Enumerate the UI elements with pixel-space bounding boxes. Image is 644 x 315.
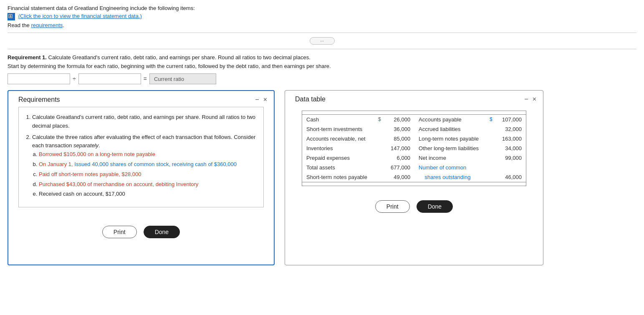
cell-label: Short-term investments (302, 124, 374, 134)
data-table-dialog: Data table − × Cash $ 26,000 Accounts pa… (285, 90, 543, 265)
sub-requirements-list: Borrowed $105,000 on a long-term note pa… (32, 150, 257, 199)
cell-label: Accounts payable (414, 115, 485, 125)
table-row: Prepaid expenses 6,000 Net income 99,000 (302, 153, 526, 163)
req-item-2-text: Calculate the three ratios after evaluat… (32, 134, 255, 149)
requirement-heading: Requirement 1. Calculate Greatland's cur… (8, 54, 636, 60)
read-suffix: . (63, 22, 64, 28)
cell-dollar (374, 144, 386, 153)
cell-dollar (485, 134, 497, 144)
cell-label: Cash (302, 115, 374, 125)
cell-label: Other long-term liabilities (414, 144, 485, 153)
table-row: Short-term notes payable 49,000 shares o… (302, 172, 526, 182)
formula-row: ÷ = Current ratio (8, 73, 636, 84)
read-prefix: Read the (8, 22, 31, 28)
requirement-label: Requirement 1. (8, 54, 47, 60)
requirements-link[interactable]: requirements (31, 22, 63, 28)
cell-value: 107,000 (497, 115, 526, 125)
cell-value: 99,000 (497, 153, 526, 163)
requirements-close-button[interactable]: × (263, 96, 267, 103)
list-item: Calculate Greatland's current ratio, deb… (32, 113, 257, 131)
req-item-1-text: Calculate Greatland's current ratio, deb… (32, 114, 255, 129)
cell-value: 46,000 (497, 172, 526, 182)
icon-line: ⊞ (Click the icon to view the financial … (8, 13, 636, 20)
data-table-minimize-button[interactable]: − (524, 96, 528, 103)
collapse-button[interactable]: ··· (310, 37, 335, 45)
read-line: Read the requirements. (8, 22, 636, 28)
cell-value: 85,000 (386, 134, 414, 144)
table-row: Total assets 677,000 Number of common (302, 163, 526, 172)
top-divider (8, 33, 636, 33)
formula-equals-symbol: = (144, 76, 147, 82)
cell-dollar (374, 124, 386, 134)
requirements-content-box: Calculate Greatland's current ratio, deb… (18, 107, 264, 207)
cell-dollar (485, 153, 497, 163)
requirements-dialog-body: Calculate Greatland's current ratio, deb… (8, 107, 274, 222)
cell-dollar (374, 163, 386, 172)
cell-label: Total assets (302, 163, 374, 172)
data-table-close-button[interactable]: × (533, 96, 536, 103)
cell-dollar (485, 124, 497, 134)
cell-value: 26,000 (386, 115, 414, 125)
table-row: Short-term investments 36,000 Accrued li… (302, 124, 526, 134)
cell-value: 677,000 (386, 163, 414, 172)
data-table-dialog-controls: − × (524, 96, 536, 103)
data-table-print-button[interactable]: Print (375, 200, 410, 213)
cell-dollar (374, 172, 386, 182)
cell-label: Long-term notes payable (414, 134, 485, 144)
data-table-wrapper: Cash $ 26,000 Accounts payable $ 107,000… (302, 111, 526, 186)
cell-label: Accrued liabilities (414, 124, 485, 134)
cell-value: 36,000 (386, 124, 414, 134)
data-table-done-button[interactable]: Done (417, 200, 453, 213)
requirements-dialog-title: Requirements (18, 96, 60, 103)
table-row: Accounts receivable, net 85,000 Long-ter… (302, 134, 526, 144)
data-table-dialog-footer: Print Done (285, 197, 543, 219)
requirements-list: Calculate Greatland's current ratio, deb… (25, 113, 257, 199)
cell-dollar (485, 172, 497, 182)
cell-dollar: $ (485, 115, 497, 125)
list-item: Purchased $43,000 of merchandise on acco… (39, 180, 257, 189)
cell-label: Number of common (414, 163, 485, 172)
sub-item-d: Purchased $43,000 of merchandise on acco… (39, 181, 198, 187)
cell-label: Prepaid expenses (302, 153, 374, 163)
icon-link[interactable]: (Click the icon to view the financial st… (18, 13, 142, 19)
formula-result: Current ratio (149, 73, 216, 84)
cell-dollar (374, 153, 386, 163)
cell-dollar (485, 163, 497, 172)
sub-item-a: Borrowed $105,000 on a long-term note pa… (39, 151, 155, 157)
cell-label: shares outstanding (414, 172, 485, 182)
bottom-divider (8, 49, 636, 49)
cell-label: Net income (414, 153, 485, 163)
list-item: Calculate the three ratios after evaluat… (32, 133, 257, 199)
cell-value: 163,000 (497, 134, 526, 144)
italic-separately: separately (73, 142, 98, 149)
requirements-dialog-header: Requirements − × (8, 91, 274, 107)
intro-line: Financial statement data of Greatland En… (8, 5, 636, 11)
cell-label: Accounts receivable, net (302, 134, 374, 144)
data-table: Cash $ 26,000 Accounts payable $ 107,000… (302, 114, 526, 182)
grid-icon[interactable]: ⊞ (8, 13, 15, 20)
requirements-done-button[interactable]: Done (144, 226, 180, 238)
requirements-print-button[interactable]: Print (102, 226, 137, 238)
requirements-dialog-controls: − × (255, 96, 267, 103)
list-item: On January 1, Issued 40,000 shares of co… (39, 160, 257, 169)
sub-item-e: Received cash on account, $17,000 (39, 191, 125, 197)
list-item: Received cash on account, $17,000 (39, 190, 257, 199)
cell-value: 32,000 (497, 124, 526, 134)
data-table-dialog-title: Data table (295, 96, 326, 103)
cell-value: 147,000 (386, 144, 414, 153)
cell-value: 6,000 (386, 153, 414, 163)
cell-label: Short-term notes payable (302, 172, 374, 182)
requirements-dialog: Requirements − × Calculate Greatland's c… (8, 90, 275, 265)
formula-divider-symbol: ÷ (73, 76, 76, 82)
data-table-dialog-header: Data table − × (285, 91, 543, 106)
cell-dollar (485, 144, 497, 153)
cell-value: 34,000 (497, 144, 526, 153)
requirements-dialog-footer: Print Done (8, 222, 274, 245)
sub-item-c: Paid off short-term notes payable, $28,0… (39, 171, 141, 177)
intro-text: Financial statement data of Greatland En… (8, 5, 195, 11)
formula-input-1[interactable] (8, 73, 70, 84)
formula-input-2[interactable] (78, 73, 141, 84)
requirements-minimize-button[interactable]: − (255, 96, 259, 103)
table-row: Inventories 147,000 Other long-term liab… (302, 144, 526, 153)
cell-value (497, 163, 526, 172)
